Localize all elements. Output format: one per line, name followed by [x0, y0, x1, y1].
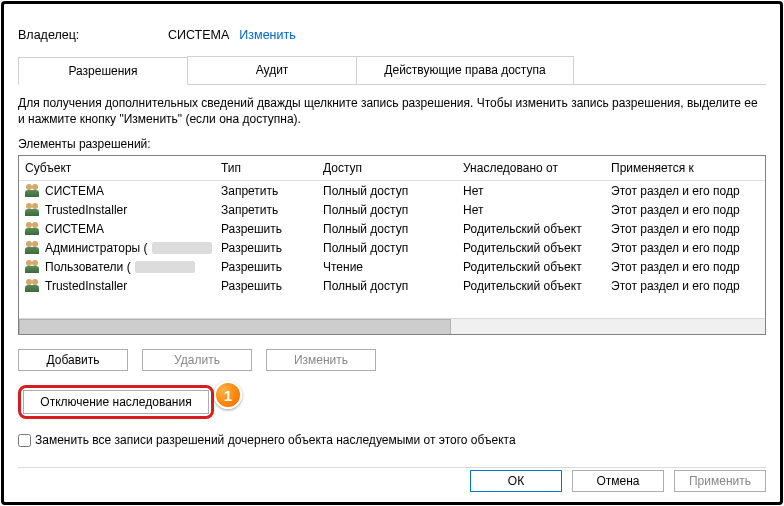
cell-access: Полный доступ — [317, 181, 457, 200]
replace-child-checkbox[interactable] — [18, 434, 31, 447]
cell-inherited: Родительский объект — [457, 257, 605, 276]
cell-access: Чтение — [317, 257, 457, 276]
table-row[interactable]: СИСТЕМАРазрешитьПолный доступРодительски… — [19, 219, 765, 238]
step-badge: 1 — [214, 381, 242, 409]
cell-subject-text: TrustedInstaller — [45, 279, 127, 293]
cell-type: Разрешить — [215, 238, 317, 257]
replace-child-row: Заменить все записи разрешений дочернего… — [18, 433, 766, 447]
cell-type: Запретить — [215, 200, 317, 219]
disable-inheritance-highlight: Отключение наследования 1 — [18, 385, 214, 419]
cell-type: Разрешить — [215, 219, 317, 238]
table-row[interactable]: СИСТЕМАЗапретитьПолный доступНетЭтот раз… — [19, 181, 765, 200]
cell-applies: Этот раздел и его подр — [605, 181, 765, 200]
redacted: xxxxxxxx — [152, 242, 212, 254]
cell-applies: Этот раздел и его подр — [605, 276, 765, 295]
cell-inherited: Родительский объект — [457, 238, 605, 257]
group-icon — [25, 279, 41, 293]
cell-access: Полный доступ — [317, 200, 457, 219]
change-owner-link[interactable]: Изменить — [239, 28, 295, 42]
col-applies[interactable]: Применяется к — [605, 156, 765, 180]
cell-applies: Этот раздел и его подр — [605, 238, 765, 257]
cell-subject: TrustedInstaller — [19, 276, 215, 295]
rows-container: СИСТЕМАЗапретитьПолный доступНетЭтот раз… — [19, 181, 765, 295]
add-button[interactable]: Добавить — [18, 349, 128, 371]
apply-button: Применить — [674, 470, 766, 492]
remove-button: Удалить — [142, 349, 252, 371]
tab-bar: Разрешения Аудит Действующие права досту… — [18, 56, 766, 85]
cell-applies: Этот раздел и его подр — [605, 219, 765, 238]
cell-subject: СИСТЕМА — [19, 219, 215, 238]
cell-subject: СИСТЕМА — [19, 181, 215, 200]
table-row[interactable]: Администраторы (xxxxxxxxРазрешитьПолный … — [19, 238, 765, 257]
cell-inherited: Родительский объект — [457, 219, 605, 238]
cell-inherited: Нет — [457, 181, 605, 200]
cell-type: Разрешить — [215, 276, 317, 295]
cell-access: Полный доступ — [317, 238, 457, 257]
cell-inherited: Родительский объект — [457, 276, 605, 295]
group-icon — [25, 241, 41, 255]
tab-audit[interactable]: Аудит — [187, 56, 357, 84]
cell-subject-text: Пользователи ( — [45, 260, 131, 274]
cell-access: Полный доступ — [317, 276, 457, 295]
owner-value: СИСТЕМА — [168, 28, 229, 42]
cell-applies: Этот раздел и его подр — [605, 257, 765, 276]
group-icon — [25, 203, 41, 217]
tab-permissions[interactable]: Разрешения — [18, 57, 188, 85]
list-buttons: Добавить Удалить Изменить — [18, 349, 766, 371]
cell-subject: Пользователи (xxxxxxxx — [19, 257, 215, 276]
cell-subject: TrustedInstaller — [19, 200, 215, 219]
redacted: xxxxxxxx — [135, 261, 195, 273]
elements-label: Элементы разрешений: — [18, 137, 766, 151]
cell-subject: Администраторы (xxxxxxxx — [19, 238, 215, 257]
advanced-security-dialog: Владелец: СИСТЕМА Изменить Разрешения Ау… — [1, 1, 783, 505]
table-row[interactable]: TrustedInstallerРазрешитьПолный доступРо… — [19, 276, 765, 295]
separator — [18, 467, 766, 468]
disable-inheritance-button[interactable]: Отключение наследования — [23, 390, 209, 414]
cell-type: Разрешить — [215, 257, 317, 276]
cancel-button[interactable]: Отмена — [572, 470, 664, 492]
cell-subject-text: СИСТЕМА — [45, 222, 104, 236]
tab-effective-access[interactable]: Действующие права доступа — [356, 56, 574, 84]
horizontal-scrollbar[interactable] — [19, 318, 765, 334]
cell-subject-text: TrustedInstaller — [45, 203, 127, 217]
replace-child-label: Заменить все записи разрешений дочернего… — [35, 433, 516, 447]
edit-button: Изменить — [266, 349, 376, 371]
permissions-list[interactable]: Субъект Тип Доступ Унаследовано от Приме… — [18, 155, 766, 335]
footer-buttons: ОК Отмена Применить — [470, 470, 766, 492]
group-icon — [25, 184, 41, 198]
col-subject[interactable]: Субъект — [19, 156, 215, 180]
cell-subject-text: Администраторы ( — [45, 241, 148, 255]
table-row[interactable]: Пользователи (xxxxxxxxРазрешитьЧтениеРод… — [19, 257, 765, 276]
col-inherited[interactable]: Унаследовано от — [457, 156, 605, 180]
info-text: Для получения дополнительных сведений дв… — [18, 95, 766, 127]
owner-row: Владелец: СИСТЕМА Изменить — [18, 28, 766, 42]
group-icon — [25, 222, 41, 236]
list-header: Субъект Тип Доступ Унаследовано от Приме… — [19, 156, 765, 181]
owner-label: Владелец: — [18, 28, 168, 42]
cell-applies: Этот раздел и его подр — [605, 200, 765, 219]
cell-type: Запретить — [215, 181, 317, 200]
cell-subject-text: СИСТЕМА — [45, 184, 104, 198]
col-access[interactable]: Доступ — [317, 156, 457, 180]
cell-access: Полный доступ — [317, 219, 457, 238]
cell-inherited: Нет — [457, 200, 605, 219]
table-row[interactable]: TrustedInstallerЗапретитьПолный доступНе… — [19, 200, 765, 219]
ok-button[interactable]: ОК — [470, 470, 562, 492]
group-icon — [25, 260, 41, 274]
col-type[interactable]: Тип — [215, 156, 317, 180]
